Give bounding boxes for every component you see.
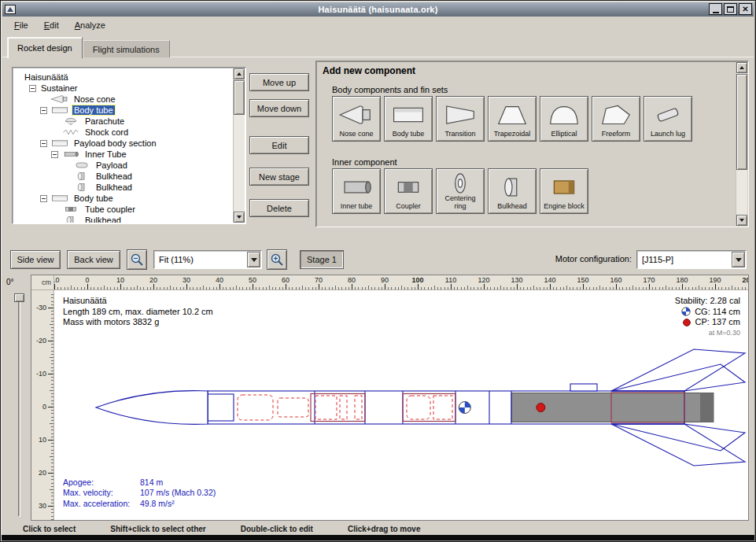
rocket-figure-canvas[interactable]: Haisunäätä Length 189 cm, max. diameter … — [55, 291, 748, 520]
palette-button-bulkhead[interactable]: Bulkhead — [488, 168, 537, 214]
button-delete[interactable]: Delete — [249, 199, 309, 217]
tree-item-nose-cone[interactable]: Nose cone — [13, 94, 233, 105]
scroll-up-button[interactable] — [234, 68, 245, 79]
h-ruler-label: 110 — [441, 276, 460, 284]
flight-stats: Apogee:814 mMax. velocity:107 m/s (Mach … — [63, 477, 216, 510]
menu-item-edit[interactable]: Edit — [37, 18, 66, 32]
palette-button-label: Centering ring — [437, 195, 484, 213]
tree-item-haisun-t[interactable]: Haisunäätä — [13, 72, 233, 83]
palette-button-trapezoidal[interactable]: Trapezoidal — [488, 96, 537, 142]
tree-item-label: Payload body section — [72, 138, 158, 148]
back-view-button[interactable]: Back view — [67, 250, 120, 269]
scroll-down-button[interactable] — [234, 212, 245, 223]
tree-item-label: Sustainer — [39, 83, 79, 93]
palette-button-nose-cone[interactable]: Nose cone — [332, 96, 381, 142]
motor-configuration-combo[interactable]: [J115-P] — [636, 250, 747, 269]
tree-item-body-tube[interactable]: Body tube — [13, 105, 233, 116]
close-button[interactable]: ✕ — [739, 3, 752, 15]
h-ruler-label: 0 — [78, 276, 97, 284]
tree-item-parachute[interactable]: Parachute — [13, 116, 233, 127]
menu-item-file[interactable]: File — [7, 18, 35, 32]
shock-cord-icon — [61, 127, 80, 137]
tree-item-bulkhead[interactable]: Bulkhead — [13, 215, 233, 223]
tree-expander-icon[interactable] — [51, 151, 58, 158]
palette-button-transition[interactable]: Transition — [436, 96, 485, 142]
status-hint: Click+drag to move — [348, 525, 421, 533]
scrollbar-thumb[interactable] — [234, 80, 245, 115]
tree-item-bulkhead[interactable]: Bulkhead — [13, 182, 233, 193]
tree-item-label: Tube coupler — [83, 205, 137, 214]
tree-item-sustainer[interactable]: Sustainer — [13, 83, 233, 94]
button-move-down[interactable]: Move down — [249, 99, 309, 117]
palette-button-launch-lug[interactable]: Launch lug — [644, 96, 692, 142]
tree-item-tube-coupler[interactable]: Tube coupler — [13, 204, 233, 215]
status-hint: Double-click to edit — [241, 525, 313, 533]
palette-button-label: Freeform — [600, 131, 632, 141]
slider-thumb[interactable] — [14, 293, 24, 302]
scroll-up-button[interactable] — [736, 62, 747, 73]
palette-button-body-tube[interactable]: Body tube — [384, 96, 433, 142]
arrow-down-icon — [739, 219, 744, 222]
tab-rocket-design[interactable]: Rocket design — [7, 37, 83, 58]
launch-lug-shape — [570, 384, 597, 391]
body-tube-icon — [50, 194, 69, 203]
flight-stat-row: Max. velocity:107 m/s (Mach 0.32) — [63, 488, 216, 499]
transition-icon — [442, 103, 478, 127]
tree-item-inner-tube[interactable]: Inner Tube — [13, 149, 233, 160]
window-titlebar[interactable]: Haisunäätä (haisunaata.ork) ✕ — [2, 2, 754, 17]
palette-button-elliptical[interactable]: Elliptical — [540, 96, 588, 142]
scrollbar-thumb[interactable] — [736, 74, 747, 170]
tree-item-bulkhead[interactable]: Bulkhead — [13, 171, 233, 182]
palette-button-freeform[interactable]: Freeform — [592, 96, 640, 142]
component-tree[interactable]: HaisunäätäSustainerNose coneBody tubePar… — [12, 67, 246, 224]
tree-expander-icon[interactable] — [40, 107, 47, 114]
tree-item-payload-body-section[interactable]: Payload body section — [13, 138, 233, 149]
motor-nozzle-shape — [700, 393, 714, 422]
bulkhead-icon — [72, 171, 91, 181]
tree-item-payload[interactable]: Payload — [13, 160, 233, 171]
chevron-down-icon[interactable] — [247, 252, 260, 267]
stage-1-toggle[interactable]: Stage 1 — [300, 250, 344, 269]
palette-button-engine-block[interactable]: Engine block — [540, 168, 588, 214]
chevron-down-icon[interactable] — [732, 252, 745, 267]
button-new-stage[interactable]: New stage — [249, 168, 309, 186]
maximize-button[interactable] — [724, 3, 737, 15]
cg-text: CG: 114 cm — [695, 307, 740, 318]
maximize-icon — [727, 6, 734, 13]
zoom-out-button[interactable] — [127, 249, 147, 270]
cp-text: CP: 137 cm — [695, 317, 740, 328]
scroll-down-button[interactable] — [736, 215, 747, 226]
palette-button-label: Bulkhead — [496, 203, 529, 213]
flight-stat-value: 814 m — [140, 477, 163, 487]
zoom-in-button[interactable] — [267, 249, 287, 270]
trapezoidal-fin-icon — [494, 103, 530, 127]
tree-item-body-tube[interactable]: Body tube — [13, 193, 233, 204]
tree-expander-icon[interactable] — [29, 85, 36, 92]
button-edit[interactable]: Edit — [249, 136, 309, 154]
tree-item-shock-cord[interactable]: Shock cord — [13, 127, 233, 138]
palette-button-inner-tube[interactable]: Inner tube — [332, 168, 381, 214]
h-ruler-label: 40 — [210, 276, 229, 284]
tree-item-label: Bulkhead — [94, 183, 134, 192]
zoom-level-combo[interactable]: Fit (11%) — [153, 250, 262, 269]
rotation-slider[interactable] — [14, 293, 24, 517]
v-ruler-label: -10 — [36, 370, 46, 378]
cp-icon — [682, 318, 691, 327]
tree-scrollbar[interactable] — [233, 68, 245, 223]
coupler-icon — [61, 205, 80, 214]
view-toolbar: Side view Back view Fit (11%) Stage 1 Mo… — [2, 248, 754, 273]
tab-flight-simulations[interactable]: Flight simulations — [83, 40, 170, 57]
palette-button-centering-ring[interactable]: Centering ring — [436, 168, 485, 214]
palette-button-coupler[interactable]: Coupler — [384, 168, 433, 214]
button-move-up[interactable]: Move up — [249, 73, 309, 91]
arrow-up-icon — [739, 66, 744, 69]
side-view-button[interactable]: Side view — [10, 250, 61, 269]
tree-expander-icon[interactable] — [40, 195, 47, 202]
palette-scrollbar[interactable] — [736, 62, 747, 226]
motor-configuration-label: Motor configuration: — [555, 254, 632, 264]
minimize-button[interactable] — [709, 3, 722, 15]
h-ruler-label: 120 — [474, 276, 493, 284]
tree-expander-icon[interactable] — [40, 140, 47, 147]
menu-item-analyze[interactable]: Analyze — [68, 18, 112, 32]
h-ruler: -100102030405060708090100110120130140150… — [54, 275, 748, 290]
